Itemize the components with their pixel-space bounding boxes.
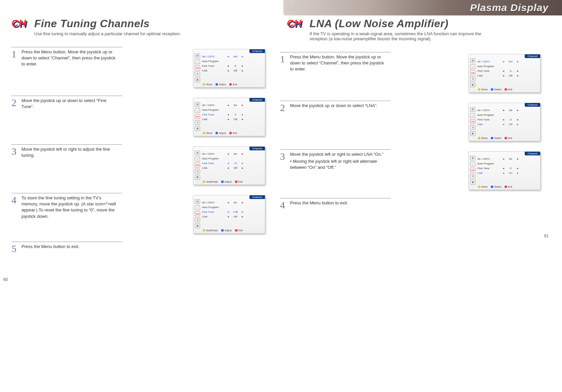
osd-row-value: 0: [506, 69, 515, 72]
osd-hint: Select: [491, 137, 501, 140]
osd-panel: Channel ▤ ♪ CH ⧉ ▣ Air / CATV ◄ Air ► Au…: [193, 98, 265, 136]
osd-side-icon: ⧉: [195, 217, 200, 222]
osd-row: Auto Program: [477, 64, 537, 68]
pip-icon: [235, 181, 237, 183]
osd-hint: Move: [478, 137, 487, 140]
page-title: Fine Tuning Channels: [34, 17, 181, 30]
arrow-right-icon: ►: [240, 65, 245, 67]
osd-row: LNA ◄ Off ►: [477, 73, 537, 78]
osd-wrap: Channel ▤ ♪ CH ⧉ ▣ Air / CATV ◄ Air ► Au…: [193, 98, 265, 136]
osd-row: Air / CATV ◄ Air ►: [202, 151, 262, 156]
page-title: LNA (Low Noise Amplifier): [310, 17, 498, 30]
osd-row-label: LNA: [202, 215, 226, 218]
osd-side-icon: ▤: [470, 156, 475, 160]
osd-hint: Exit: [235, 229, 243, 232]
osd-row: Fine Tune ◄ +3★ ►: [202, 209, 262, 214]
pip-icon: [235, 229, 237, 232]
step: 4 To store the fine tuning setting in th…: [11, 193, 265, 234]
osd-row-value: 0: [231, 113, 240, 116]
osd-side-icon: CH: [195, 211, 200, 216]
osd-title: Channel: [525, 152, 540, 155]
osd-row-value: Off: [506, 123, 515, 126]
osd-title: Channel: [525, 54, 540, 58]
osd-sidebar: ▤ ♪ CH ⧉ ▣: [469, 58, 477, 87]
osd-row: Air / CATV ◄ Air ►: [477, 108, 537, 112]
osd-hint: Exit: [505, 185, 512, 188]
arrow-right-icon: ►: [515, 75, 520, 77]
osd-title: Channel: [249, 195, 265, 199]
pip-icon: [216, 132, 218, 134]
arrow-left-icon: ◄: [226, 55, 231, 58]
osd-hint: Exit: [235, 180, 243, 183]
osd-wrap: Channel ▤ ♪ CH ⧉ ▣ Air / CATV ◄ Ant ► Au…: [193, 49, 265, 88]
pip-icon: [216, 83, 218, 86]
osd-side-icon: ▣: [470, 180, 475, 185]
osd-hint: Add/Erase: [203, 229, 218, 232]
arrow-left-icon: ◄: [226, 215, 231, 218]
step: 2 Move the joystick up or down to select…: [280, 101, 541, 141]
osd-sidebar: ▤ ♪ CH ⧉ ▣: [193, 151, 201, 180]
osd-row: Air / CATV ◄ Air ►: [202, 103, 262, 107]
osd-footer: Add/EraseAdjustExit: [193, 180, 265, 183]
osd-row: LNA ◄ On ►: [477, 170, 537, 175]
pip-icon: [203, 229, 205, 232]
osd-row: LNA ◄ Off ►: [477, 122, 537, 127]
step-text: Move the joystick left or right to adjus…: [21, 146, 122, 158]
osd-footer: MoveSelectExit: [469, 87, 540, 91]
osd-side-icon: ⧉: [470, 174, 475, 179]
osd-row: Fine Tune ◄ +3 ►: [202, 161, 262, 165]
osd-sidebar: ▤ ♪ CH ⧉ ▣: [469, 156, 477, 185]
osd-row-value: Air: [231, 201, 240, 204]
osd-hint: Move: [478, 185, 487, 188]
pip-icon: [203, 181, 205, 183]
step-divider: [280, 101, 391, 101]
osd-row: Auto Program: [202, 59, 262, 63]
arrow-right-icon: ►: [240, 167, 245, 169]
osd-row-label: LNA: [202, 118, 226, 121]
osd-hint: Adjust: [221, 180, 232, 183]
osd-hint: Add/Erase: [203, 180, 218, 183]
osd-side-icon: ♪: [195, 205, 200, 210]
osd-row: LNA ◄ Off ►: [202, 117, 262, 121]
osd-wrap: Channel ▤ ♪ CH ⧉ ▣ Air / CATV ◄ Air ► Au…: [193, 146, 265, 185]
arrow-left-icon: ◄: [501, 118, 506, 121]
osd-panel: Channel ▤ ♪ CH ⧉ ▣ Air / CATV ◄ Air ► Au…: [193, 146, 265, 185]
osd-side-icon: ♪: [195, 108, 200, 113]
arrow-right-icon: ►: [515, 109, 520, 111]
step-divider: [280, 149, 391, 150]
osd-row-label: Fine Tune: [477, 69, 501, 72]
osd-row-label: Auto Program: [202, 206, 226, 209]
osd-footer: MoveAdjustExit: [193, 131, 265, 135]
pip-icon: [478, 137, 480, 139]
arrow-right-icon: ►: [240, 69, 245, 72]
osd-row: Auto Program: [202, 107, 262, 112]
osd-side-icon: ⧉: [195, 71, 200, 76]
osd-row-value: 0: [506, 167, 515, 170]
osd-hint: Exit: [505, 88, 512, 91]
osd-side-icon: ⧉: [470, 125, 475, 130]
pip-icon: [478, 88, 480, 91]
osd-hint: Adjust: [221, 229, 232, 232]
arrow-left-icon: ◄: [501, 75, 506, 77]
osd-row-label: Auto Program: [477, 65, 501, 68]
arrow-right-icon: ►: [240, 104, 245, 106]
arrow-right-icon: ►: [240, 113, 245, 116]
osd-side-icon: ♪: [195, 157, 200, 161]
osd-row-label: Fine Tune: [202, 210, 226, 213]
osd-sidebar: ▤ ♪ CH ⧉ ▣: [193, 199, 201, 228]
osd-row: Air / CATV ◄ Air ►: [202, 200, 262, 205]
step-number: 5: [11, 244, 21, 254]
arrow-left-icon: ◄: [501, 167, 506, 169]
step-divider: [280, 52, 391, 52]
arrow-left-icon: ◄: [501, 158, 506, 160]
osd-row: LNA ◄ Off ►: [202, 68, 262, 73]
arrow-left-icon: ◄: [501, 70, 506, 72]
osd-row: Fine Tune ◄ 0 ►: [202, 63, 262, 68]
arrow-right-icon: ►: [515, 118, 520, 121]
osd-row-value: Air: [231, 152, 240, 155]
osd-row-value: Off: [231, 118, 240, 121]
brand-banner: Plasma Display: [283, 0, 562, 15]
arrow-left-icon: ◄: [226, 113, 231, 116]
pip-icon: [221, 181, 224, 183]
arrow-left-icon: ◄: [226, 201, 231, 204]
